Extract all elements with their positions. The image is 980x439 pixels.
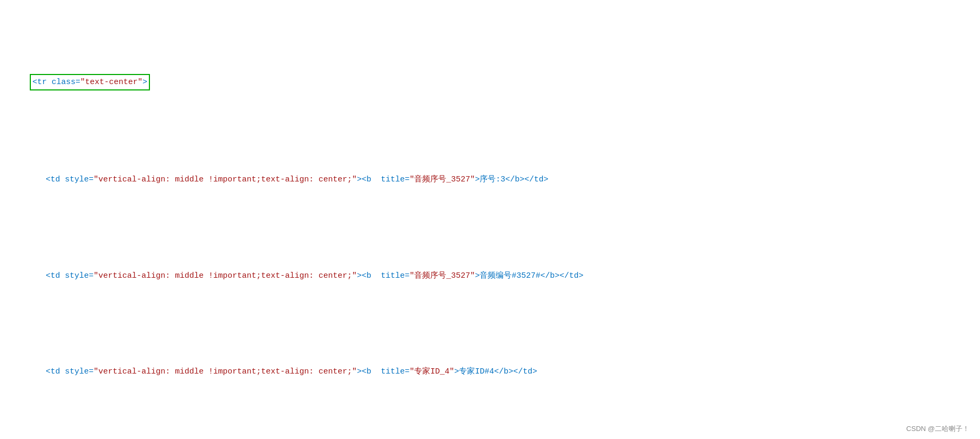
code-view: <tr class="text-center"> <td style="vert…: [11, 5, 969, 439]
line-tr-open: <tr class="text-center">: [11, 60, 969, 105]
line-td-seq: <td style="vertical-align: middle !impor…: [11, 159, 969, 201]
tr-tag-highlight: <tr class="text-center">: [30, 74, 150, 91]
line-td-audio-num: <td style="vertical-align: middle !impor…: [11, 255, 969, 297]
watermark: CSDN @二哈喇子！: [906, 424, 969, 434]
line-td-expert-id: <td style="vertical-align: middle !impor…: [11, 351, 969, 393]
